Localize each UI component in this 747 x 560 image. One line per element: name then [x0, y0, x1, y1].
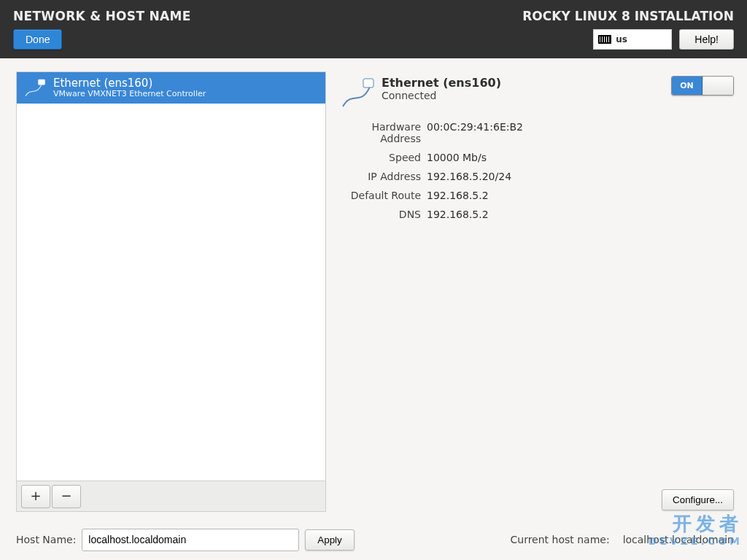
done-button[interactable]: Done	[13, 29, 62, 50]
keyboard-icon	[598, 35, 611, 44]
dns-label: DNS	[339, 209, 421, 220]
installer-title: ROCKY LINUX 8 INSTALLATION	[522, 9, 734, 23]
ethernet-icon	[23, 77, 46, 100]
keyboard-layout-label: us	[616, 34, 627, 44]
connection-toggle[interactable]: ON	[671, 76, 734, 96]
device-list-toolbar: + −	[17, 481, 325, 511]
speed-value: 10000 Mb/s	[427, 152, 734, 163]
toggle-on-label: ON	[672, 77, 703, 95]
ip-address-value: 192.168.5.20/24	[427, 171, 734, 182]
remove-device-button[interactable]: −	[52, 485, 81, 508]
default-route-label: Default Route	[339, 190, 421, 201]
details-device-name: Ethernet (ens160)	[382, 76, 501, 90]
help-button[interactable]: Help!	[679, 29, 734, 50]
details-header-text: Ethernet (ens160) Connected	[382, 76, 501, 101]
device-item-name: Ethernet (ens160)	[53, 77, 206, 90]
current-hostname-label: Current host name:	[511, 534, 610, 545]
configure-row: Configure...	[339, 489, 734, 512]
svg-rect-0	[38, 79, 44, 85]
add-device-button[interactable]: +	[21, 485, 50, 508]
hw-address-label: Hardware Address	[339, 121, 421, 144]
current-hostname-value: localhost.localdomain	[623, 534, 734, 545]
details-header: Ethernet (ens160) Connected ON	[339, 76, 734, 111]
hostname-input[interactable]	[82, 529, 299, 551]
top-bar: NETWORK & HOST NAME Done ROCKY LINUX 8 I…	[0, 0, 747, 58]
hostname-label: Host Name:	[16, 534, 76, 545]
page-title: NETWORK & HOST NAME	[13, 9, 191, 23]
device-panel: Ethernet (ens160) VMware VMXNET3 Etherne…	[16, 71, 326, 512]
device-details: Ethernet (ens160) Connected ON Hardware …	[339, 71, 734, 512]
device-item-ens160[interactable]: Ethernet (ens160) VMware VMXNET3 Etherne…	[17, 72, 325, 104]
keyboard-layout-indicator[interactable]: us	[593, 29, 672, 50]
configure-button[interactable]: Configure...	[662, 489, 734, 510]
apply-button[interactable]: Apply	[305, 529, 354, 551]
toggle-knob	[703, 77, 733, 95]
dns-value: 192.168.5.2	[427, 209, 734, 220]
ethernet-icon	[339, 76, 376, 111]
svg-rect-1	[363, 79, 374, 88]
content-area: Ethernet (ens160) VMware VMXNET3 Etherne…	[0, 58, 747, 560]
hostname-row: Host Name: Apply Current host name: loca…	[16, 512, 734, 553]
device-list[interactable]: Ethernet (ens160) VMware VMXNET3 Etherne…	[17, 72, 325, 481]
details-info-table: Hardware Address 00:0C:29:41:6E:B2 Speed…	[339, 121, 734, 220]
main-row: Ethernet (ens160) VMware VMXNET3 Etherne…	[16, 71, 734, 512]
top-bar-left: NETWORK & HOST NAME Done	[13, 3, 191, 52]
ip-address-label: IP Address	[339, 171, 421, 182]
device-item-desc: VMware VMXNET3 Ethernet Controller	[53, 90, 206, 99]
top-bar-right: ROCKY LINUX 8 INSTALLATION us Help!	[522, 3, 734, 52]
device-item-text: Ethernet (ens160) VMware VMXNET3 Etherne…	[53, 77, 206, 99]
details-device-status: Connected	[382, 90, 501, 101]
default-route-value: 192.168.5.2	[427, 190, 734, 201]
speed-label: Speed	[339, 152, 421, 163]
hw-address-value: 00:0C:29:41:6E:B2	[427, 121, 734, 144]
